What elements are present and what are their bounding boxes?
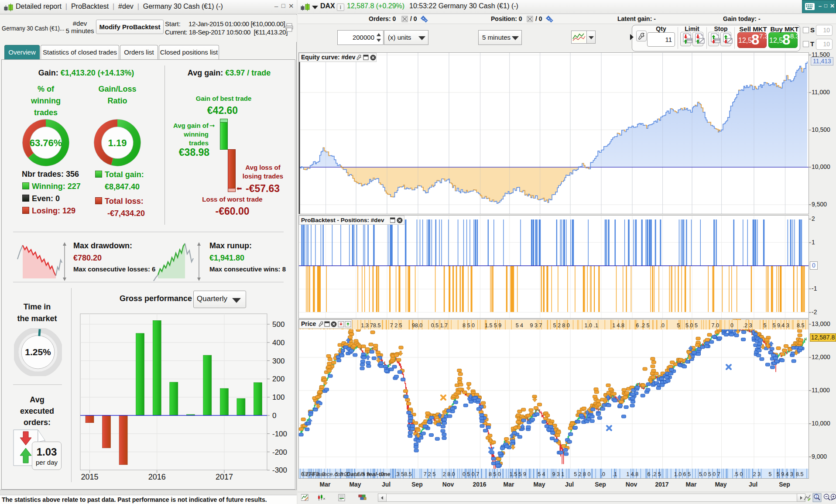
svg-text:1.5 5 9: 1.5 5 9 <box>510 471 526 477</box>
svg-text:8.5: 8.5 <box>796 471 803 477</box>
svg-text:1.5 5 9: 1.5 5 9 <box>485 322 501 329</box>
svg-text:7 2 5: 7 2 5 <box>390 322 402 329</box>
svg-text:5: 5 <box>677 322 680 329</box>
svg-text:5 2 8 0: 5 2 8 0 <box>553 322 569 329</box>
svg-text:1.0 6 5: 1.0 6 5 <box>674 471 691 477</box>
svg-text:.0: .0 <box>660 322 665 329</box>
svg-text:2 8.0: 2 8.0 <box>443 471 455 477</box>
svg-text:2017: 2017 <box>216 473 233 480</box>
svg-text:1.3 78.5: 1.3 78.5 <box>361 322 380 329</box>
svg-text:200: 200 <box>272 375 284 383</box>
svg-text:5.0 5 0 7: 5.0 5 0 7 <box>699 471 720 477</box>
svg-text:2 3: 2 3 <box>753 471 761 477</box>
svg-text:-200: -200 <box>272 448 287 456</box>
svg-text:1 4.8: 1 4.8 <box>626 471 638 477</box>
svg-text:2016: 2016 <box>148 473 166 480</box>
svg-text:5 9.4 3: 5 9.4 3 <box>772 322 789 329</box>
svg-text:.1: .1 <box>613 471 617 477</box>
svg-text:63.76%: 63.76% <box>30 137 62 148</box>
svg-text:8 5 0: 8 5 0 <box>463 322 475 329</box>
svg-text:-100: -100 <box>272 430 287 438</box>
svg-text:0 5 0.7: 0 5 0.7 <box>463 471 479 477</box>
svg-text:0: 0 <box>730 322 733 329</box>
svg-text:.2 3: .2 3 <box>743 322 752 329</box>
svg-text:1.25%: 1.25% <box>25 347 51 357</box>
svg-text:500: 500 <box>272 320 284 329</box>
svg-text:9 3 1: 9 3 1 <box>552 471 564 477</box>
svg-text:300: 300 <box>272 357 284 365</box>
svg-text:5 4: 5 4 <box>538 471 545 477</box>
svg-text:.5 0: .5 0 <box>733 471 743 477</box>
svg-text:5.0 5: 5.0 5 <box>685 322 698 329</box>
svg-text:1.19: 1.19 <box>108 137 127 148</box>
svg-text:5 9.4 3: 5 9.4 3 <box>777 471 793 477</box>
svg-text:5: 5 <box>768 471 771 477</box>
svg-text:6 .2 5: 6 .2 5 <box>636 322 649 329</box>
svg-text:1.0 .1: 1.0 .1 <box>585 322 598 329</box>
svg-text:.0: .0 <box>600 471 605 477</box>
svg-text:©IT-Finance.com Data is real-t: ©IT-Finance.com Data is real-time <box>302 471 391 477</box>
svg-text:5 4: 5 4 <box>516 322 523 329</box>
svg-text:2015: 2015 <box>81 473 98 480</box>
svg-text:-300: -300 <box>272 466 287 474</box>
svg-text:100: 100 <box>272 393 284 401</box>
svg-text:400: 400 <box>272 339 284 347</box>
svg-text:5 2 8 0: 5 2 8 0 <box>574 471 590 477</box>
svg-text:98.0: 98.0 <box>412 322 422 329</box>
svg-text:7 2 5: 7 2 5 <box>424 471 436 477</box>
svg-text:0.5 1.7: 0.5 1.7 <box>431 322 448 329</box>
svg-text:6 .2 5: 6 .2 5 <box>648 471 661 477</box>
svg-text:8 5 0: 8 5 0 <box>489 471 501 477</box>
svg-text:7.0: 7.0 <box>712 322 719 329</box>
svg-text:8.5: 8.5 <box>797 322 804 329</box>
svg-text:9 3 7: 9 3 7 <box>530 322 542 329</box>
svg-text:0: 0 <box>272 411 276 420</box>
svg-text:.3 58.5: .3 58.5 <box>395 471 411 477</box>
svg-text:5: 5 <box>763 322 766 329</box>
svg-text:1 4.8: 1 4.8 <box>612 322 624 329</box>
